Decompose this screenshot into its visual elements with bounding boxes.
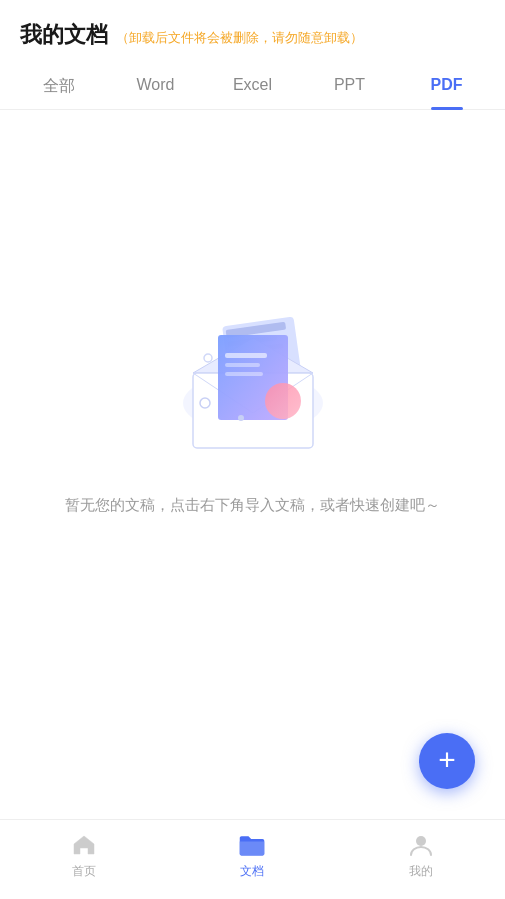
tab-word[interactable]: Word [107, 64, 204, 109]
tab-all[interactable]: 全部 [10, 64, 107, 109]
plus-icon: + [438, 745, 456, 775]
svg-rect-10 [225, 353, 267, 358]
svg-point-15 [238, 415, 244, 421]
nav-item-docs[interactable]: 文档 [168, 831, 336, 888]
home-icon [70, 831, 98, 859]
tab-bar: 全部 Word Excel PPT PDF [0, 64, 505, 110]
bottom-nav: 首页 文档 我的 [0, 819, 505, 899]
folder-icon [238, 831, 266, 859]
svg-point-17 [416, 836, 426, 846]
svg-rect-12 [225, 372, 263, 376]
nav-label-me: 我的 [409, 863, 433, 880]
header: 我的文档 （卸载后文件将会被删除，请勿随意卸载） [0, 0, 505, 60]
tab-pdf[interactable]: PDF [398, 64, 495, 109]
nav-item-me[interactable]: 我的 [337, 831, 505, 888]
svg-point-13 [265, 383, 301, 419]
add-fab-button[interactable]: + [419, 733, 475, 789]
person-icon [407, 831, 435, 859]
header-subtitle: （卸载后文件将会被删除，请勿随意卸载） [116, 29, 363, 47]
main-content: 暂无您的文稿，点击右下角导入文稿，或者快速创建吧～ [0, 110, 505, 690]
nav-label-docs: 文档 [240, 863, 264, 880]
svg-rect-11 [225, 363, 260, 367]
empty-state-text: 暂无您的文稿，点击右下角导入文稿，或者快速创建吧～ [65, 493, 440, 517]
svg-point-16 [204, 354, 212, 362]
empty-illustration [153, 283, 353, 463]
nav-label-home: 首页 [72, 863, 96, 880]
nav-item-home[interactable]: 首页 [0, 831, 168, 888]
page-title: 我的文档 [20, 20, 108, 50]
tab-ppt[interactable]: PPT [301, 64, 398, 109]
tab-excel[interactable]: Excel [204, 64, 301, 109]
